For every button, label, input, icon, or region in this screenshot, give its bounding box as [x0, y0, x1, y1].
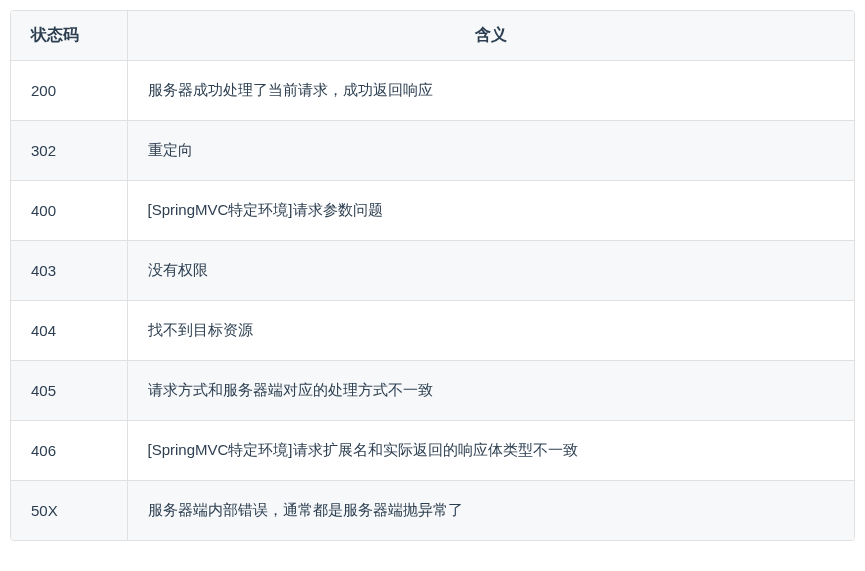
- cell-meaning: [SpringMVC特定环境]请求扩展名和实际返回的响应体类型不一致: [127, 421, 854, 481]
- table-row: 50X 服务器端内部错误，通常都是服务器端抛异常了: [11, 481, 854, 541]
- table-row: 405 请求方式和服务器端对应的处理方式不一致: [11, 361, 854, 421]
- cell-code: 400: [11, 181, 127, 241]
- cell-meaning: [SpringMVC特定环境]请求参数问题: [127, 181, 854, 241]
- cell-meaning: 服务器成功处理了当前请求，成功返回响应: [127, 61, 854, 121]
- status-code-table: 状态码 含义 200 服务器成功处理了当前请求，成功返回响应 302 重定向 4…: [11, 11, 854, 540]
- table-header-row: 状态码 含义: [11, 11, 854, 61]
- cell-code: 405: [11, 361, 127, 421]
- cell-meaning: 找不到目标资源: [127, 301, 854, 361]
- status-code-table-container: 状态码 含义 200 服务器成功处理了当前请求，成功返回响应 302 重定向 4…: [10, 10, 855, 541]
- table-row: 406 [SpringMVC特定环境]请求扩展名和实际返回的响应体类型不一致: [11, 421, 854, 481]
- cell-meaning: 重定向: [127, 121, 854, 181]
- header-code: 状态码: [11, 11, 127, 61]
- cell-meaning: 没有权限: [127, 241, 854, 301]
- cell-code: 200: [11, 61, 127, 121]
- cell-meaning: 请求方式和服务器端对应的处理方式不一致: [127, 361, 854, 421]
- cell-code: 403: [11, 241, 127, 301]
- header-meaning: 含义: [127, 11, 854, 61]
- table-row: 400 [SpringMVC特定环境]请求参数问题: [11, 181, 854, 241]
- cell-code: 404: [11, 301, 127, 361]
- table-row: 200 服务器成功处理了当前请求，成功返回响应: [11, 61, 854, 121]
- table-row: 403 没有权限: [11, 241, 854, 301]
- cell-code: 406: [11, 421, 127, 481]
- cell-meaning: 服务器端内部错误，通常都是服务器端抛异常了: [127, 481, 854, 541]
- table-row: 404 找不到目标资源: [11, 301, 854, 361]
- cell-code: 50X: [11, 481, 127, 541]
- table-row: 302 重定向: [11, 121, 854, 181]
- cell-code: 302: [11, 121, 127, 181]
